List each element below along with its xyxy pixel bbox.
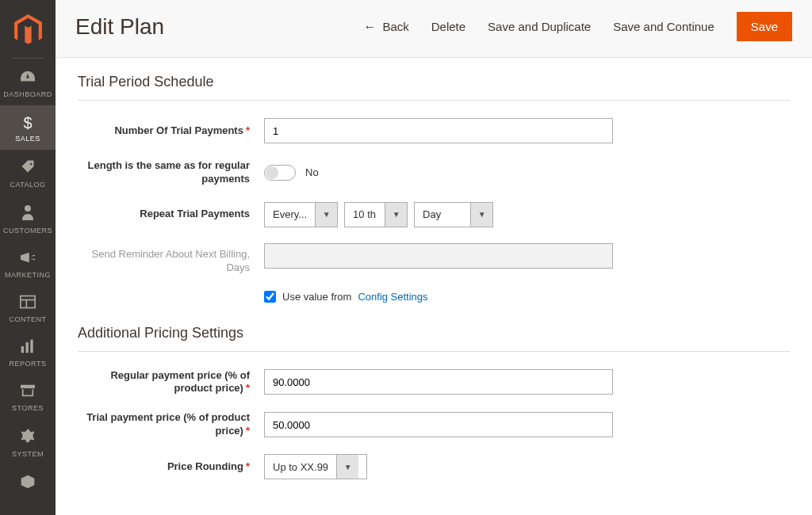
- sidebar-label: CUSTOMERS: [3, 227, 52, 235]
- form-content: Trial Period Schedule Number Of Trial Pa…: [56, 58, 812, 515]
- dollar-icon: $: [23, 114, 32, 132]
- back-button[interactable]: ← Back: [363, 20, 408, 34]
- use-value-text: Use value from: [282, 291, 351, 303]
- sidebar-label: SYSTEM: [12, 450, 44, 458]
- tag-icon: [20, 158, 36, 178]
- config-settings-link[interactable]: Config Settings: [358, 291, 427, 303]
- save-continue-button[interactable]: Save and Continue: [613, 20, 714, 33]
- store-icon: [19, 383, 36, 402]
- sidebar-item-sales[interactable]: $ SALES: [0, 105, 56, 150]
- trial-price-label: Trial payment price (% of product price)…: [78, 411, 264, 438]
- save-duplicate-button[interactable]: Save and Duplicate: [488, 20, 591, 33]
- trial-section-title: Trial Period Schedule: [78, 74, 790, 90]
- page-title: Edit Plan: [75, 14, 164, 40]
- sidebar-item-marketing[interactable]: MARKETING: [0, 242, 56, 286]
- chevron-down-icon: ▼: [336, 455, 358, 479]
- sidebar-item-catalog[interactable]: CATALOG: [0, 150, 56, 196]
- sidebar-label: DASHBOARD: [3, 90, 52, 98]
- repeat-trial-label: Repeat Trial Payments: [78, 208, 264, 221]
- pricing-section-title: Additional Pricing Settings: [78, 325, 790, 341]
- delete-button[interactable]: Delete: [431, 20, 465, 33]
- megaphone-icon: [19, 250, 36, 269]
- chevron-down-icon: ▼: [315, 203, 337, 227]
- sidebar-label: REPORTS: [10, 360, 47, 368]
- layout-icon: [20, 295, 36, 313]
- repeat-ordinal-select[interactable]: 10 th ▼: [344, 202, 408, 227]
- length-same-label: Length is the same as for regular paymen…: [78, 159, 264, 186]
- chevron-down-icon: ▼: [470, 203, 492, 227]
- gauge-icon: [19, 70, 36, 88]
- toggle-value: No: [305, 166, 319, 178]
- svg-rect-5: [26, 342, 29, 353]
- price-rounding-label: Price Rounding*: [78, 460, 264, 474]
- sidebar-label: SALES: [15, 135, 40, 143]
- admin-sidebar: DASHBOARD $ SALES CATALOG CUSTOMERS MARK…: [0, 0, 56, 515]
- sidebar-item-system[interactable]: SYSTEM: [0, 419, 56, 465]
- repeat-every-select[interactable]: Every... ▼: [264, 202, 338, 227]
- chart-icon: [20, 339, 36, 357]
- sidebar-label: CONTENT: [10, 315, 47, 323]
- person-icon: [21, 204, 34, 224]
- sidebar-label: CATALOG: [10, 181, 45, 189]
- trial-price-input[interactable]: [264, 412, 613, 437]
- chevron-down-icon: ▼: [385, 203, 407, 227]
- price-rounding-select[interactable]: Up to XX.99 ▼: [264, 454, 367, 479]
- sidebar-label: MARKETING: [5, 271, 51, 279]
- save-button[interactable]: Save: [737, 12, 792, 41]
- svg-rect-6: [30, 340, 33, 353]
- svg-point-0: [25, 205, 31, 212]
- gear-icon: [20, 428, 36, 448]
- sidebar-item-reports[interactable]: REPORTS: [0, 330, 56, 375]
- sidebar-item-extensions[interactable]: [0, 465, 56, 503]
- sidebar-item-content[interactable]: CONTENT: [0, 286, 56, 330]
- regular-price-input[interactable]: [264, 369, 613, 395]
- page-header: Edit Plan ← Back Delete Save and Duplica…: [56, 0, 812, 58]
- length-same-toggle[interactable]: [264, 165, 296, 181]
- num-trial-payments-input[interactable]: [264, 118, 613, 143]
- svg-rect-1: [21, 296, 35, 308]
- sidebar-item-customers[interactable]: CUSTOMERS: [0, 196, 56, 242]
- num-trial-payments-label: Number Of Trial Payments*: [78, 124, 264, 138]
- reminder-input: [264, 243, 613, 269]
- package-icon: [20, 474, 36, 494]
- header-actions: ← Back Delete Save and Duplicate Save an…: [363, 12, 792, 41]
- arrow-left-icon: ←: [363, 20, 376, 34]
- sidebar-item-dashboard[interactable]: DASHBOARD: [0, 61, 56, 105]
- regular-price-label: Regular payment price (% of product pric…: [78, 369, 264, 396]
- reminder-label: Send Reminder About Next Billing, Days: [78, 243, 264, 275]
- sidebar-label: STORES: [12, 404, 44, 412]
- sidebar-item-stores[interactable]: STORES: [0, 375, 56, 419]
- magento-logo[interactable]: [12, 12, 44, 48]
- use-config-checkbox[interactable]: [264, 291, 276, 303]
- svg-rect-4: [21, 346, 24, 353]
- repeat-unit-select[interactable]: Day ▼: [414, 202, 493, 227]
